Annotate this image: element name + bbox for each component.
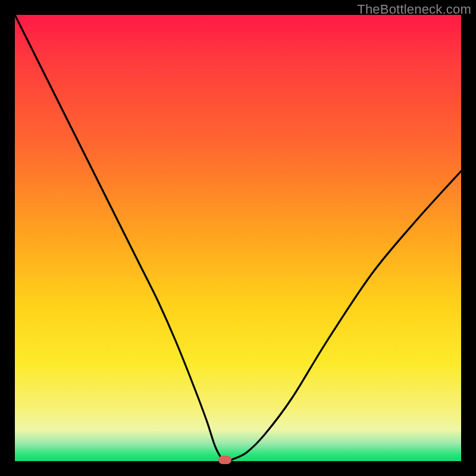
- chart-frame: TheBottleneck.com: [0, 0, 476, 476]
- plot-area: [15, 15, 461, 461]
- curve-layer: [15, 15, 461, 461]
- optimum-marker: [218, 456, 231, 464]
- bottleneck-curve: [15, 15, 461, 462]
